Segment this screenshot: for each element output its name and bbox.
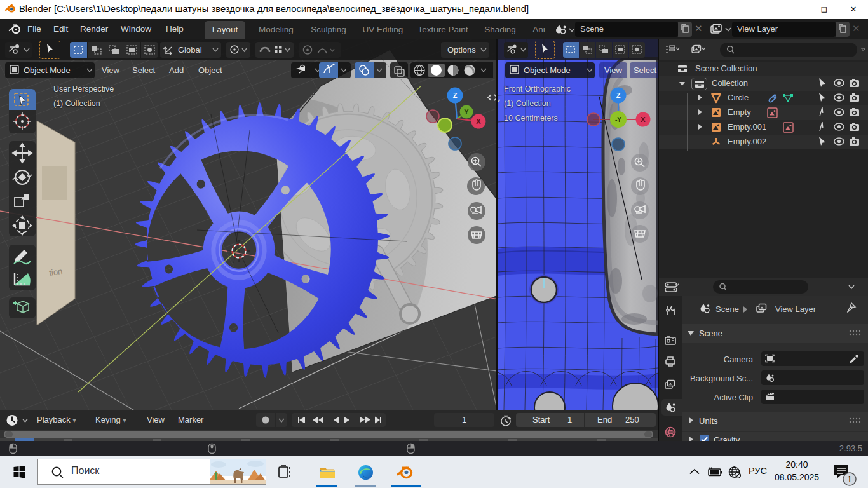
svg-text:tion: tion <box>48 266 63 278</box>
svg-text:1: 1 <box>847 474 852 484</box>
svg-text:-Y: -Y <box>615 116 621 123</box>
svg-text:X: X <box>641 116 646 123</box>
svg-text:Z: Z <box>616 92 621 99</box>
svg-text:Z: Z <box>453 92 458 99</box>
svg-text:X: X <box>476 118 481 125</box>
svg-text:Y: Y <box>464 108 469 116</box>
